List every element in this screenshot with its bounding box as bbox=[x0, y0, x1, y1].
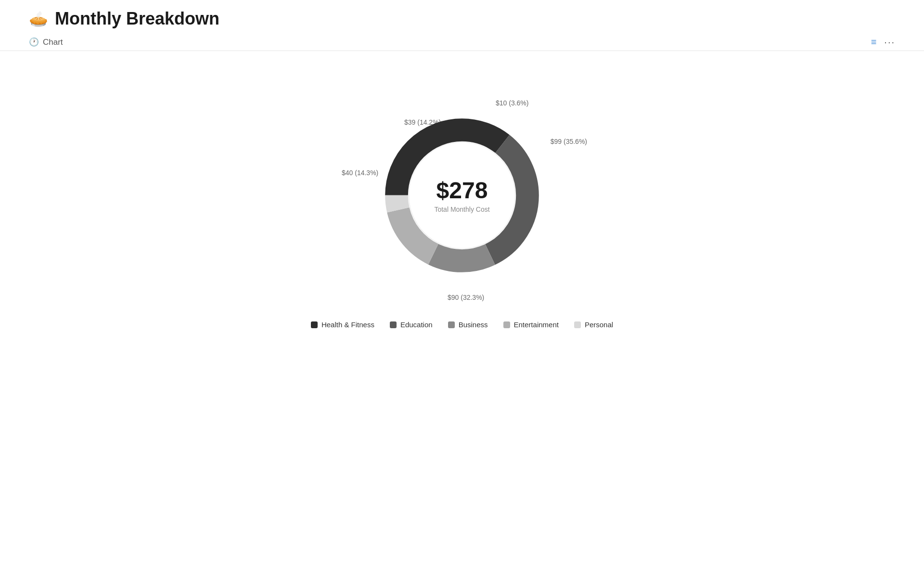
chart-legend: Health & Fitness Education Business Ente… bbox=[311, 321, 613, 329]
legend-dot-health-fitness bbox=[311, 321, 318, 328]
chart-tab[interactable]: 🕐 Chart bbox=[29, 37, 63, 47]
legend-dot-education bbox=[390, 321, 397, 328]
legend-personal: Personal bbox=[574, 321, 613, 329]
donut-chart: $278 Total Monthly Cost bbox=[366, 99, 558, 292]
chart-icon: 🕐 bbox=[29, 37, 39, 47]
donut-chart-container: $10 (3.6%) $39 (14.2%) $40 (14.3%) $99 (… bbox=[245, 80, 679, 311]
legend-label-health-fitness: Health & Fitness bbox=[321, 321, 374, 329]
svg-point-5 bbox=[409, 142, 515, 249]
legend-business: Business bbox=[448, 321, 488, 329]
page-icon: 🥧 bbox=[29, 10, 48, 28]
legend-label-business: Business bbox=[459, 321, 488, 329]
filter-icon[interactable]: ≡ bbox=[871, 37, 877, 48]
legend-education: Education bbox=[390, 321, 433, 329]
more-options-icon[interactable]: ··· bbox=[884, 37, 895, 48]
legend-dot-entertainment bbox=[503, 321, 510, 328]
toolbar: 🕐 Chart ≡ ··· bbox=[0, 34, 924, 51]
legend-label-education: Education bbox=[400, 321, 433, 329]
legend-dot-personal bbox=[574, 321, 581, 328]
page-header: 🥧 Monthly Breakdown bbox=[0, 0, 924, 34]
legend-dot-business bbox=[448, 321, 455, 328]
legend-health-fitness: Health & Fitness bbox=[311, 321, 374, 329]
chart-section: $10 (3.6%) $39 (14.2%) $40 (14.3%) $99 (… bbox=[0, 80, 924, 329]
legend-label-personal: Personal bbox=[585, 321, 613, 329]
chart-label: Chart bbox=[43, 38, 63, 47]
legend-label-entertainment: Entertainment bbox=[514, 321, 559, 329]
label-education: $90 (32.3%) bbox=[448, 294, 484, 301]
legend-entertainment: Entertainment bbox=[503, 321, 559, 329]
toolbar-actions: ≡ ··· bbox=[871, 37, 895, 48]
page-title: Monthly Breakdown bbox=[55, 9, 219, 29]
